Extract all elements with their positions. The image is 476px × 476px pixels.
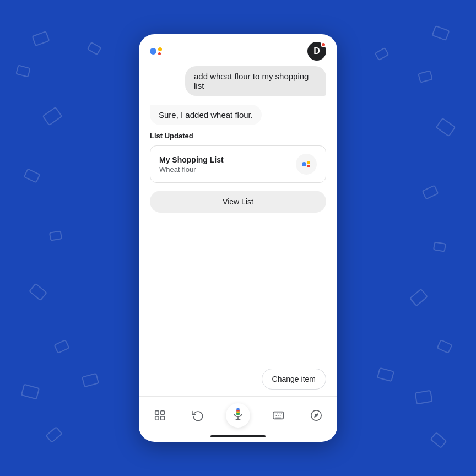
svg-point-2 [307,165,310,167]
svg-rect-4 [161,411,164,414]
svg-point-0 [302,162,306,166]
view-list-button[interactable]: View List [150,191,326,213]
shopping-card-text: My Shopping List Wheat flour [159,155,224,174]
home-bar [210,435,266,437]
list-updated-label: List Updated [150,132,326,140]
svg-rect-6 [161,416,164,420]
assistant-dot-group [158,47,162,55]
user-message-bubble: add wheat flour to my shopping list [185,66,326,96]
bottom-toolbar [139,396,337,431]
svg-rect-3 [155,411,159,414]
avatar[interactable]: D [307,42,326,61]
change-item-button[interactable]: Change item [262,369,326,390]
phone-container: D add wheat flour to my shopping list Su… [139,34,337,442]
assistant-dot-yellow [158,47,162,51]
assistant-icon [150,47,162,55]
history-icon[interactable] [188,405,208,425]
spacer [150,217,326,369]
shopping-list-card: My Shopping List Wheat flour [150,145,326,183]
mini-assistant-svg [300,158,313,171]
keyboard-icon[interactable] [268,405,288,425]
shopping-list-item: Wheat flour [159,165,224,174]
svg-rect-5 [155,416,159,420]
avatar-notification-dot [321,42,326,47]
routines-icon[interactable] [150,405,170,425]
top-bar: D [139,34,337,66]
svg-point-1 [307,161,310,164]
assistant-dot-red [158,52,161,55]
explore-icon[interactable] [306,405,326,425]
assistant-response-bubble: Sure, I added wheat flour. [150,105,262,125]
svg-marker-23 [314,413,318,418]
conversation-content: add wheat flour to my shopping list Sure… [139,66,337,396]
home-indicator [139,431,337,442]
assistant-dot-blue [150,48,156,55]
shopping-list-title: My Shopping List [159,155,224,164]
svg-rect-8 [236,410,240,412]
microphone-button[interactable] [226,403,250,428]
svg-rect-10 [236,413,240,415]
svg-rect-9 [236,412,240,413]
mini-assistant-icon [296,154,317,175]
